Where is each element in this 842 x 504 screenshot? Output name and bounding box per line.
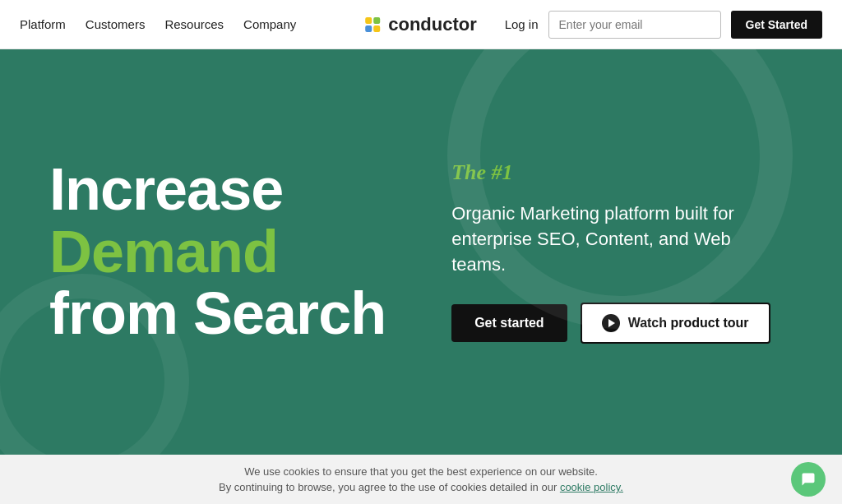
play-icon — [602, 314, 620, 332]
get-started-nav-button[interactable]: Get Started — [731, 11, 822, 39]
navbar: Platform Customers Resources Company con… — [0, 0, 842, 49]
cookie-text: We use cookies to ensure that you get th… — [25, 464, 817, 496]
login-link[interactable]: Log in — [505, 17, 539, 31]
cookie-policy-link[interactable]: cookie policy. — [560, 481, 623, 493]
nav-left: Platform Customers Resources Company — [20, 17, 296, 31]
hero-left: Increase Demand from Search — [49, 159, 386, 345]
hero-buttons: Get started Watch product tour — [451, 303, 793, 344]
hero-subtitle: Organic Marketing platform built for ent… — [451, 201, 764, 277]
hero-title-line1: Increase — [49, 156, 283, 222]
nav-right: Log in Get Started — [505, 11, 822, 39]
nav-item-platform[interactable]: Platform — [20, 17, 66, 31]
hero-tag: The #1 — [451, 160, 793, 185]
cookie-line2: By continuing to browse, you agree to th… — [219, 481, 557, 493]
logo-text: conductor — [388, 14, 477, 35]
nav-item-company[interactable]: Company — [243, 17, 296, 31]
hero-title-line3: from Search — [49, 280, 386, 346]
email-input[interactable] — [548, 11, 721, 39]
hero-title: Increase Demand from Search — [49, 159, 386, 345]
hero-watch-tour-button[interactable]: Watch product tour — [581, 303, 770, 344]
nav-item-resources[interactable]: Resources — [164, 17, 224, 31]
hero-right: The #1 Organic Marketing platform built … — [386, 160, 793, 343]
watch-tour-label: Watch product tour — [628, 316, 749, 331]
cookie-banner: We use cookies to ensure that you get th… — [0, 455, 842, 504]
chat-button[interactable] — [791, 462, 826, 497]
logo[interactable]: conductor — [365, 14, 477, 35]
logo-icon — [365, 17, 380, 32]
hero-section: Increase Demand from Search The #1 Organ… — [0, 49, 842, 455]
cookie-line1: We use cookies to ensure that you get th… — [244, 465, 598, 478]
chat-icon — [800, 471, 817, 488]
hero-get-started-button[interactable]: Get started — [451, 304, 567, 342]
nav-item-customers[interactable]: Customers — [86, 17, 146, 31]
hero-title-line2: Demand — [49, 219, 278, 284]
